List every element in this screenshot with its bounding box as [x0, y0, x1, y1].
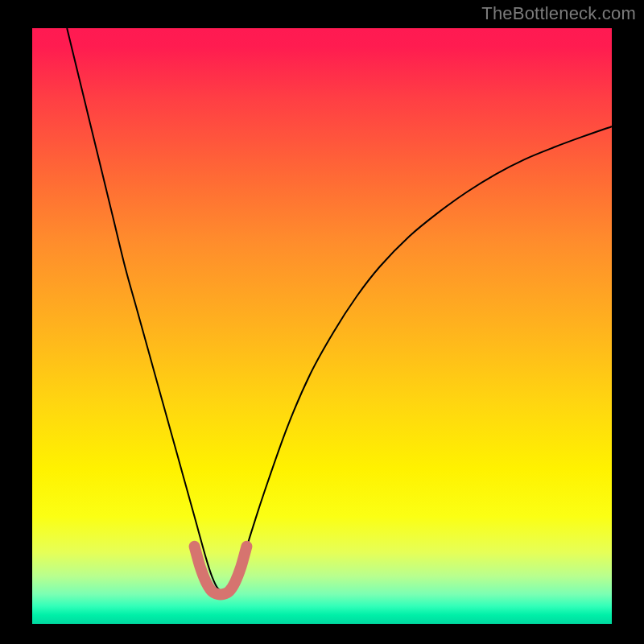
watermark-text: TheBottleneck.com: [481, 3, 636, 24]
plot-area: [32, 28, 612, 624]
chart-frame: TheBottleneck.com: [0, 0, 644, 644]
optimal-zone-marker: [195, 547, 247, 595]
bottleneck-curve: [67, 28, 612, 592]
curve-layer: [32, 28, 612, 624]
